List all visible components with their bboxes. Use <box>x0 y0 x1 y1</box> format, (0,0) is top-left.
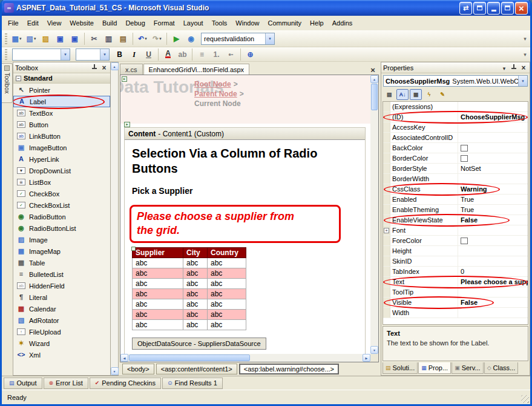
content-placeholder[interactable]: Content - Content1 (Custom) Selection Vi… <box>124 127 366 354</box>
toolbox-item-calendar[interactable]: ▦Calendar <box>13 303 110 314</box>
property-row-width[interactable]: Width <box>383 308 528 318</box>
scroll-down-icon[interactable] <box>370 346 378 354</box>
window-menu-button[interactable] <box>500 64 508 72</box>
scroll-right-icon[interactable] <box>363 354 370 362</box>
toolbox-item-pointer[interactable]: ↖Pointer <box>13 84 110 96</box>
property-row-backcolor[interactable]: BackColor <box>383 143 528 153</box>
toolbox-item-bulletedlist[interactable]: ≡BulletedList <box>13 268 110 280</box>
scroll-up-icon[interactable] <box>370 75 378 83</box>
property-row-tabindex[interactable]: TabIndex0 <box>383 267 528 277</box>
scrollbar-thumb[interactable] <box>371 84 378 110</box>
tag-asp-label-warning-choose[interactable]: <asp:label.warning#choose...> <box>239 364 339 374</box>
toolbox-item-linkbutton[interactable]: abLinkButton <box>13 130 110 142</box>
undo-button[interactable]: ↶▾ <box>136 32 149 45</box>
property-value[interactable] <box>458 287 528 297</box>
property-row-skinid[interactable]: SkinID <box>383 256 528 267</box>
toolbar-overflow-button[interactable] <box>521 36 529 42</box>
expand-icon[interactable]: + <box>384 228 389 233</box>
property-row-accesskey[interactable]: AccessKey <box>383 122 528 133</box>
menu-format[interactable]: Format <box>149 17 179 29</box>
toolbox-item-fileupload[interactable]: ↑FileUpload <box>13 326 110 338</box>
property-row-cssclass[interactable]: CssClassWarning <box>383 184 528 195</box>
property-value[interactable]: 0 <box>458 267 528 276</box>
property-value[interactable] <box>458 174 528 184</box>
menu-debug[interactable]: Debug <box>121 17 149 29</box>
alphabetical-button[interactable]: A↓ <box>396 89 409 100</box>
toolbox-item-checkboxlist[interactable]: ✓CheckBoxList <box>13 199 110 211</box>
property-value[interactable]: False <box>458 215 528 225</box>
toolbox-item-dropdownlist[interactable]: ▼DropDownList <box>13 165 110 176</box>
property-value[interactable]: NotSet <box>458 164 528 173</box>
property-row-borderstyle[interactable]: BorderStyleNotSet <box>383 164 528 174</box>
tab-aspx-cs[interactable]: x.cs <box>120 64 143 75</box>
nav-parent-node[interactable]: Parent Node <box>194 90 237 98</box>
numbered-list-button[interactable]: 1. <box>209 48 223 61</box>
property-value[interactable] <box>458 102 528 111</box>
property-value[interactable] <box>458 122 528 132</box>
panel-tab-find-results-1[interactable]: ⊙Find Results 1 <box>162 378 223 389</box>
design-surface[interactable]: Data Tutorials Root Node>Parent Node>Cur… <box>120 75 370 354</box>
property-row-borderwidth[interactable]: BorderWidth <box>383 174 528 184</box>
window-extra-arrows-button[interactable] <box>459 2 472 15</box>
start-debug-button[interactable]: ▶ <box>169 32 183 45</box>
toolbox-item-xml[interactable]: <>Xml <box>13 349 110 361</box>
toolbox-item-textbox[interactable]: abTextBox <box>13 107 110 119</box>
categorized-button[interactable]: ▤ <box>383 89 395 100</box>
property-row-font[interactable]: +Font <box>383 225 528 236</box>
scroll-down-icon[interactable] <box>111 367 119 375</box>
align-left-button[interactable]: ≡ <box>195 48 209 61</box>
suppliers-grid[interactable]: SupplierCityCountryabcabcabcabcabcabcabc… <box>132 247 246 330</box>
property-row-visible[interactable]: VisibleFalse <box>383 298 528 308</box>
property-value[interactable]: True <box>458 205 528 215</box>
property-value[interactable]: False <box>458 298 528 307</box>
maximize-button[interactable] <box>501 2 514 15</box>
menu-community[interactable]: Community <box>263 17 306 29</box>
minimize-button[interactable] <box>487 2 500 15</box>
property-row-id[interactable]: (ID)ChooseSupplierMsg <box>383 112 528 122</box>
grid-header-cell[interactable]: Country <box>208 247 246 258</box>
toolbox-item-listbox[interactable]: ≣ListBox <box>13 176 110 188</box>
bold-button[interactable]: B <box>113 48 126 61</box>
property-value[interactable]: Please choose a suppli <box>458 277 528 287</box>
toolbox-item-wizard[interactable]: ✶Wizard <box>13 338 110 349</box>
tab-class[interactable]: ◇Class... <box>484 362 519 374</box>
property-value[interactable] <box>458 308 528 318</box>
toolbar-grip[interactable] <box>5 33 7 44</box>
chevron-down-icon[interactable] <box>100 49 109 60</box>
paste-button[interactable]: ▤ <box>116 32 130 45</box>
window-extra-window-button[interactable] <box>473 2 486 15</box>
menu-window[interactable]: Window <box>231 17 263 29</box>
property-row-height[interactable]: Height <box>383 246 528 256</box>
toolbox-item-image[interactable]: ▨Image <box>13 234 110 245</box>
open-file-button[interactable]: ▨ <box>39 32 53 45</box>
chevron-down-icon[interactable] <box>61 49 70 60</box>
events-button[interactable]: ϟ <box>423 89 435 100</box>
font-name-combo[interactable] <box>12 48 70 61</box>
scrollbar-track[interactable] <box>128 354 363 362</box>
view-in-browser-button[interactable]: ◉ <box>184 32 198 45</box>
menu-tools[interactable]: Tools <box>208 17 232 29</box>
scrollbar-track[interactable] <box>370 83 378 346</box>
property-value[interactable] <box>458 143 528 153</box>
tab-serv[interactable]: ▣Serv... <box>452 362 484 374</box>
toolbar-overflow-button[interactable] <box>521 52 529 58</box>
property-value[interactable]: Warning <box>458 184 528 194</box>
property-row-enabled[interactable]: EnabledTrue <box>383 195 528 205</box>
design-vertical-scrollbar[interactable] <box>370 75 378 354</box>
hyperlink-button[interactable]: ⊕ <box>243 48 257 61</box>
design-horizontal-scrollbar[interactable] <box>120 354 370 362</box>
menu-addins[interactable]: Addins <box>328 17 357 29</box>
toolbox-item-hyperlink[interactable]: AHyperLink <box>13 153 110 165</box>
properties-close-button[interactable] <box>519 64 528 72</box>
scrollbar-thumb[interactable] <box>129 354 250 361</box>
property-row-tooltip[interactable]: ToolTip <box>383 287 528 298</box>
menu-website[interactable]: Website <box>65 17 98 29</box>
property-value[interactable]: ChooseSupplierMsg <box>458 112 528 122</box>
highlight-button[interactable]: ab <box>176 48 189 61</box>
property-row-text[interactable]: TextPlease choose a suppli <box>383 277 528 287</box>
grid-header-cell[interactable]: Supplier <box>133 247 183 258</box>
panel-tab-output[interactable]: ▤Output <box>4 378 42 389</box>
menu-edit[interactable]: Edit <box>23 17 43 29</box>
toolbar-grip[interactable] <box>5 49 7 60</box>
toolbox-item-hiddenfield[interactable]: abHiddenField <box>13 280 110 291</box>
